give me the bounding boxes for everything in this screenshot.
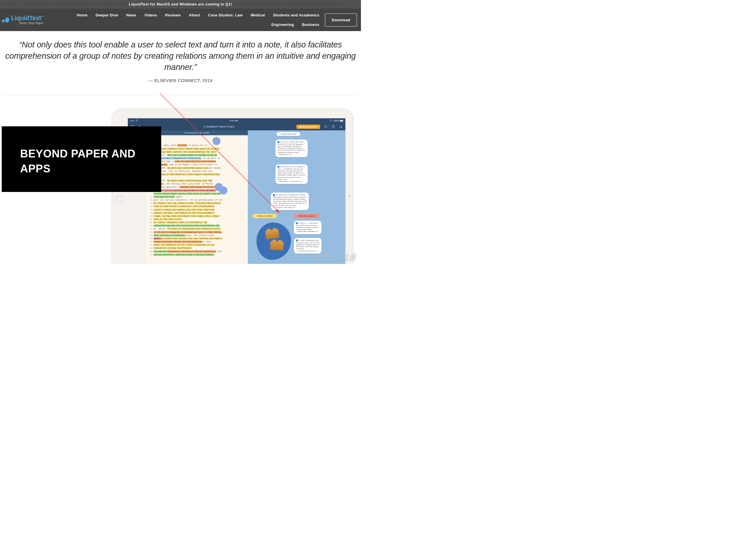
doc-line[interactable]: 143SolidWorks Simulation connectors can … <box>147 250 246 253</box>
doc-line[interactable]: in the design meant going right back to … <box>147 192 246 195</box>
help-icon[interactable] <box>332 125 335 128</box>
canvas-blob-shape <box>256 222 291 260</box>
nav-link-business[interactable]: Business <box>302 22 319 27</box>
canvas-note[interactable]: Amendment by section 3(g)(3) of Pub. L. … <box>276 164 308 184</box>
nav-link-reviews[interactable]: Reviews <box>165 13 181 17</box>
canvas-note[interactable]: In order to understand how connectors wo… <box>294 238 321 253</box>
doc-line[interactable]: 124cross-sectional values and the soluti… <box>147 240 246 243</box>
doc-line[interactable]: 97 film in each brick's connector, and i… <box>147 205 246 208</box>
doc-line[interactable]: 101 hole in the next block. <box>147 218 246 221</box>
canvas-group-title[interactable]: Leave they broke <box>277 132 300 136</box>
search-icon[interactable] <box>324 125 327 128</box>
status-bar: ••••• 9:41 AM 100% ▮▮▮ <box>128 118 345 123</box>
share-icon[interactable] <box>339 125 342 128</box>
quote-section: “Not only does this tool enable a user t… <box>0 31 361 95</box>
nav-link-medical[interactable]: Medical <box>251 13 265 17</box>
wifi-icon <box>135 119 138 122</box>
nav-link-home[interactable]: Home <box>77 13 87 17</box>
doc-line[interactable]: 108Mr. Smith: Analysis (FEA) in SolidWor… <box>147 221 246 224</box>
tag-what-they-copied[interactable]: What they copied <box>294 214 319 218</box>
logo[interactable]: LiquidText™ Better than Paper <box>2 15 43 25</box>
section-divider <box>2 95 359 95</box>
canvas-note[interactable]: 11—Pub. L. 110-28, §50c, Sept. 10, 2011,… <box>276 140 308 157</box>
doc-line[interactable]: 100 tough, spring-like protrusion that s… <box>147 215 246 218</box>
canvas-note[interactable]: Mr. Smith: Yes, we create a thin, flexib… <box>271 193 309 210</box>
notes-canvas[interactable]: Leave they broke What we created What th… <box>248 131 345 264</box>
logo-text: LiquidText™ <box>11 15 43 21</box>
nav-link-news[interactable]: News <box>126 13 136 17</box>
brick-icon <box>265 229 280 239</box>
doc-line[interactable]: younger ones, were hesitant to build cer… <box>147 144 246 147</box>
ipad-side-button-icon <box>349 195 351 197</box>
doc-line[interactable]: P 5123Model is meshed and solved; the us… <box>147 237 246 240</box>
project-title[interactable]: ▾ SnapBrick Patent Project <box>203 125 235 128</box>
nav-link-videos[interactable]: Videos <box>144 13 157 17</box>
doc-line[interactable]: Mr. Smith: Well our primary goal is alwa… <box>147 154 246 157</box>
download-button[interactable]: Download <box>325 14 357 26</box>
doc-line[interactable]: Mr. Smith: We spent weeks interviewing o… <box>147 179 246 182</box>
doc-line[interactable]: P 496Mr. Smith: Yes, we create a thin, f… <box>147 202 246 205</box>
doc-line[interactable]: 109understanding how the connectors are … <box>147 224 246 227</box>
canvas-note[interactable]: Connect – s - snap uses a tiny air-fille… <box>294 221 321 234</box>
doc-line[interactable]: Mr. Smith: We were most concerned about … <box>147 167 246 170</box>
doc-line[interactable]: 82with its virtual connectors. Yet by pu… <box>147 199 246 202</box>
nav-link-about[interactable]: About <box>189 13 200 17</box>
quote-attribution: — ELSEVIER CONNECT, 2019 <box>5 78 356 83</box>
doc-line[interactable]: retooling of the factories could impact … <box>147 173 246 176</box>
nav-link-deeper-dive[interactable]: Deeper Dive <box>96 13 118 17</box>
doc-line[interactable]: 132simulation virtual counterpart. <box>147 247 246 250</box>
doc-line[interactable]: 113it is worth recapping a fundamental p… <box>147 231 246 234</box>
bluetooth-icon <box>330 119 332 122</box>
doc-line[interactable]: the bricks. This is difficult, because e… <box>147 170 246 173</box>
quote-text: “Not only does this tool enable a user t… <box>5 39 356 73</box>
ipad-home-button-icon <box>116 195 124 203</box>
doc-line[interactable]: 111Mr. Smith: In order to understand how… <box>147 227 246 231</box>
hero-overlay-box: BEYOND PAPER AND APPS <box>2 126 161 192</box>
status-battery: 100% ▮▮▮ <box>333 119 343 122</box>
nav-link-students-and-academics[interactable]: Students and Academics <box>273 13 319 17</box>
highlight-view-button[interactable]: ◉ HighlightView <box>296 125 320 129</box>
logo-mark-icon <box>2 17 9 22</box>
doc-line[interactable]: imagination, and so we began a long term… <box>147 163 246 166</box>
nav-link-case-studies-law[interactable]: Case Studies: Law <box>208 13 243 17</box>
hero-section: ••••• 9:41 AM 100% ▮▮▮ ▾ SnapBrick <box>0 108 361 264</box>
status-time: 9:41 AM <box>230 119 238 122</box>
doc-line[interactable]: children, and testing their grip under d… <box>147 182 246 186</box>
doc-line[interactable]: 98 inject a small air bubble into the fi… <box>147 208 246 212</box>
doc-line[interactable]: 99 plastic hardens, the bubble in the fi… <box>147 212 246 215</box>
nav-links: HomeDeeper DiveNewsVideosReviewsAboutCas… <box>43 11 325 29</box>
doc-line[interactable]: 73starting all over again. <box>147 195 246 199</box>
logo-tagline: Better than Paper <box>11 22 43 25</box>
doc-line[interactable]: P 359old could generate a maximum 1143 g… <box>147 186 246 189</box>
doc-line[interactable]: concluded that a lack of reversibility w… <box>147 160 246 163</box>
doc-line[interactable]: P 6154spring connector, modeled using a … <box>147 253 246 256</box>
hero-title: BEYOND PAPER AND APPS <box>20 146 143 176</box>
doc-line[interactable]: 131mimic the behavior of the "real" conn… <box>147 243 246 247</box>
tag-what-we-created[interactable]: What we created <box>253 214 277 218</box>
doc-line[interactable]: child the most imaginative flexibility, … <box>147 157 246 160</box>
nav-link-engineering[interactable]: Engineering <box>272 22 294 27</box>
doc-line[interactable]: reversing their actions and disassemblin… <box>147 151 246 154</box>
doc-line[interactable]: structures, because they feared they wou… <box>147 147 246 151</box>
main-navbar: LiquidText™ Better than Paper HomeDeeper… <box>0 8 361 31</box>
doc-line[interactable]: costs. <box>147 176 246 179</box>
signal-icon: ••••• <box>130 119 134 122</box>
doc-line[interactable]: 114When solving a structuraloblem, the s… <box>147 234 246 237</box>
watermark-text: 知乎 @威廉 <box>314 252 357 262</box>
svg-line-3 <box>326 127 327 128</box>
svg-point-2 <box>325 125 326 127</box>
announcement-bar: LiquidText for MacOS and Windows are com… <box>0 0 361 8</box>
doc-line[interactable]: 63"broken" if it required above 80% of t… <box>147 189 246 192</box>
brick-icon <box>270 241 284 251</box>
